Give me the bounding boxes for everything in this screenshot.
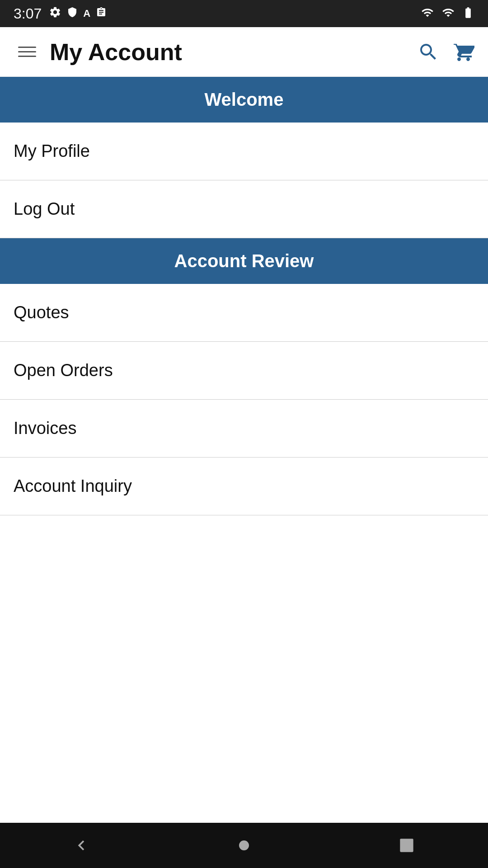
account-review-section-header: Account Review bbox=[0, 238, 488, 284]
invoices-label: Invoices bbox=[14, 419, 76, 438]
open-orders-item[interactable]: Open Orders bbox=[0, 342, 488, 400]
invoices-item[interactable]: Invoices bbox=[0, 400, 488, 458]
app-bar: My Account bbox=[0, 27, 488, 77]
recent-apps-icon bbox=[397, 835, 417, 855]
account-inquiry-label: Account Inquiry bbox=[14, 476, 132, 496]
app-bar-left: My Account bbox=[14, 38, 182, 66]
page-title: My Account bbox=[50, 38, 182, 66]
quotes-label: Quotes bbox=[14, 303, 69, 322]
bottom-nav-bar bbox=[0, 823, 488, 868]
hamburger-line-1 bbox=[18, 47, 36, 48]
search-button[interactable] bbox=[418, 41, 439, 63]
settings-icon bbox=[49, 6, 61, 21]
content-area bbox=[0, 515, 488, 823]
status-time: 3:07 bbox=[14, 5, 42, 22]
welcome-section-header: Welcome bbox=[0, 77, 488, 123]
my-profile-label: My Profile bbox=[14, 142, 90, 161]
svg-point-0 bbox=[239, 840, 249, 850]
cart-icon bbox=[453, 41, 474, 63]
home-icon bbox=[234, 835, 254, 855]
quotes-item[interactable]: Quotes bbox=[0, 284, 488, 342]
signal-icon bbox=[442, 6, 455, 21]
app-bar-right bbox=[418, 41, 474, 63]
back-icon bbox=[71, 835, 91, 855]
status-right bbox=[420, 6, 474, 21]
welcome-header-text: Welcome bbox=[205, 90, 284, 109]
battery-icon bbox=[462, 6, 474, 21]
status-left: 3:07 A bbox=[14, 5, 107, 22]
recent-apps-button[interactable] bbox=[397, 835, 417, 855]
back-button[interactable] bbox=[71, 835, 91, 855]
wifi-icon bbox=[420, 6, 435, 21]
account-inquiry-item[interactable]: Account Inquiry bbox=[0, 458, 488, 515]
search-icon bbox=[418, 41, 439, 63]
open-orders-label: Open Orders bbox=[14, 361, 113, 380]
clipboard-icon bbox=[96, 6, 107, 21]
hamburger-button[interactable] bbox=[14, 42, 41, 61]
log-out-item[interactable]: Log Out bbox=[0, 180, 488, 238]
home-button[interactable] bbox=[234, 835, 254, 855]
status-bar: 3:07 A bbox=[0, 0, 488, 27]
account-review-header-text: Account Review bbox=[174, 251, 314, 271]
status-icons: A bbox=[49, 6, 107, 21]
hamburger-line-2 bbox=[18, 51, 36, 52]
svg-rect-1 bbox=[400, 839, 413, 852]
hamburger-line-3 bbox=[18, 56, 36, 57]
log-out-label: Log Out bbox=[14, 199, 75, 219]
my-profile-item[interactable]: My Profile bbox=[0, 123, 488, 180]
font-icon: A bbox=[83, 8, 90, 19]
shield-icon bbox=[67, 6, 78, 21]
cart-button[interactable] bbox=[453, 41, 474, 63]
